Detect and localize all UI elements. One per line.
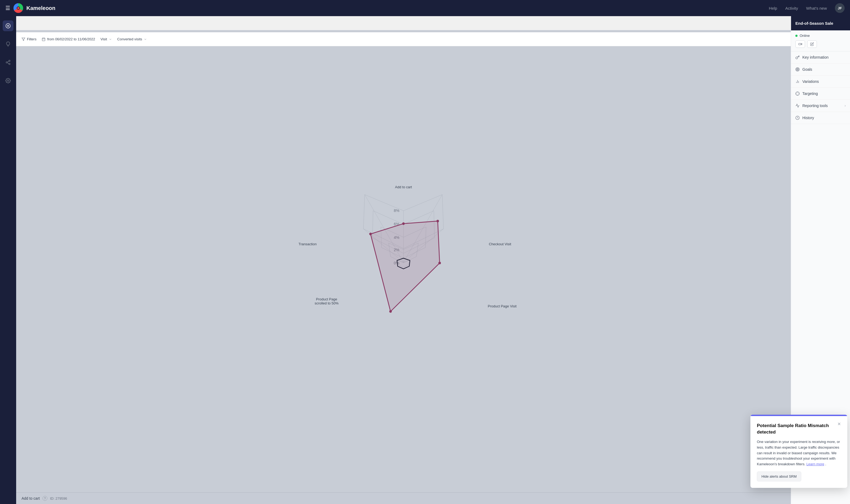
menu-item-targeting[interactable]: Targeting <box>791 88 850 100</box>
svg-rect-9 <box>42 38 45 41</box>
svg-point-7 <box>7 80 9 82</box>
label-transaction: Transaction <box>298 242 316 246</box>
filter-bar: Filters from 06/02/2022 to 11/06/2022 Vi… <box>16 32 791 46</box>
svg-point-2 <box>9 60 10 61</box>
status-text: Online <box>800 34 810 38</box>
svg-point-38 <box>796 68 799 70</box>
menu-item-key-information[interactable]: Key information <box>791 51 850 64</box>
filters-button[interactable]: Filters <box>21 37 36 41</box>
svg-point-0 <box>6 24 11 28</box>
converted-visits-label: Converted visits <box>117 37 142 41</box>
svg-point-4 <box>9 63 10 65</box>
sidebar-icon-settings[interactable] <box>3 75 14 86</box>
whats-new-link[interactable]: What's new <box>806 6 827 11</box>
svg-line-5 <box>7 63 9 64</box>
svg-text:8%: 8% <box>394 209 399 213</box>
user-avatar[interactable]: JF <box>835 3 845 13</box>
svg-point-33 <box>389 310 392 313</box>
top-nav: ☰ Kameleoon Help Activity What's new JF <box>0 0 850 16</box>
visit-dropdown[interactable]: Visit <box>100 37 112 41</box>
svg-point-39 <box>797 69 798 70</box>
bottom-bar-label: Add to cart <box>21 496 40 501</box>
svg-marker-28 <box>371 221 440 311</box>
menu-item-goals[interactable]: Goals <box>791 64 850 76</box>
alert-modal: ✕ Potential Sample Ratio Mismatch detect… <box>750 415 847 488</box>
svg-point-30 <box>402 222 405 225</box>
chart-container: Add to cart Checkout Visit Product Page … <box>16 30 791 504</box>
activity-link[interactable]: Activity <box>785 6 798 11</box>
menu-item-history[interactable]: History <box>791 112 850 124</box>
menu-item-variations[interactable]: Variations <box>791 76 850 88</box>
bottom-bar: Add to cart ? ID: 279596 <box>16 492 791 504</box>
menu-item-reporting-tools[interactable]: Reporting tools › <box>791 100 850 112</box>
hide-alerts-button[interactable]: Hide alerts about SRM <box>757 471 801 481</box>
key-information-label: Key information <box>802 55 829 59</box>
radar-chart: Add to cart Checkout Visit Product Page … <box>323 188 484 338</box>
alert-title: Potential Sample Ratio Mismatch detected <box>757 422 841 435</box>
experiment-name: End-of-Season Sale <box>791 16 850 30</box>
svg-point-32 <box>438 262 441 264</box>
logo-icon <box>14 3 23 13</box>
date-range-label: from 06/02/2022 to 11/06/2022 <box>47 37 95 41</box>
help-link[interactable]: Help <box>769 6 777 11</box>
svg-point-31 <box>436 220 439 222</box>
video-action-btn[interactable] <box>795 40 805 48</box>
targeting-label: Targeting <box>802 91 818 96</box>
bottom-bar-id: ID: 279596 <box>50 497 67 501</box>
label-add-to-cart: Add to cart <box>395 185 412 189</box>
converted-visits-dropdown[interactable]: Converted visits <box>117 37 147 41</box>
goals-label: Goals <box>802 67 812 72</box>
svg-marker-8 <box>22 38 25 41</box>
svg-point-1 <box>7 25 9 26</box>
label-product-page-visit: Product Page Visit <box>488 304 517 308</box>
svg-line-6 <box>7 61 9 62</box>
filters-label: Filters <box>27 37 36 41</box>
edit-action-btn[interactable] <box>807 40 817 48</box>
learn-more-link[interactable]: Learn more <box>806 462 824 466</box>
label-checkout-visit: Checkout Visit <box>489 242 511 246</box>
status-dot <box>795 35 798 37</box>
reporting-tools-label: Reporting tools <box>802 104 828 108</box>
brand-name: Kameleoon <box>27 5 55 11</box>
alert-close-button[interactable]: ✕ <box>837 421 841 427</box>
history-label: History <box>802 116 814 120</box>
chevron-right-icon: › <box>845 104 846 108</box>
alert-body-text: One variation in your experiment is rece… <box>757 439 841 467</box>
sidebar-icon-ideas[interactable] <box>3 39 14 50</box>
date-range-filter[interactable]: from 06/02/2022 to 11/06/2022 <box>42 37 95 41</box>
sidebar-icon-share[interactable] <box>3 57 14 68</box>
visit-label: Visit <box>100 37 107 41</box>
svg-point-34 <box>369 233 372 235</box>
status-section: Online <box>791 30 850 51</box>
left-sidebar <box>0 16 16 504</box>
help-icon[interactable]: ? <box>42 496 47 501</box>
variations-label: Variations <box>802 79 819 84</box>
svg-point-3 <box>6 62 7 63</box>
label-product-page-scrolled: Product Pagescrolled to 50% <box>315 297 339 305</box>
sidebar-icon-dashboard[interactable] <box>3 20 14 31</box>
hamburger-menu[interactable]: ☰ <box>5 5 10 11</box>
